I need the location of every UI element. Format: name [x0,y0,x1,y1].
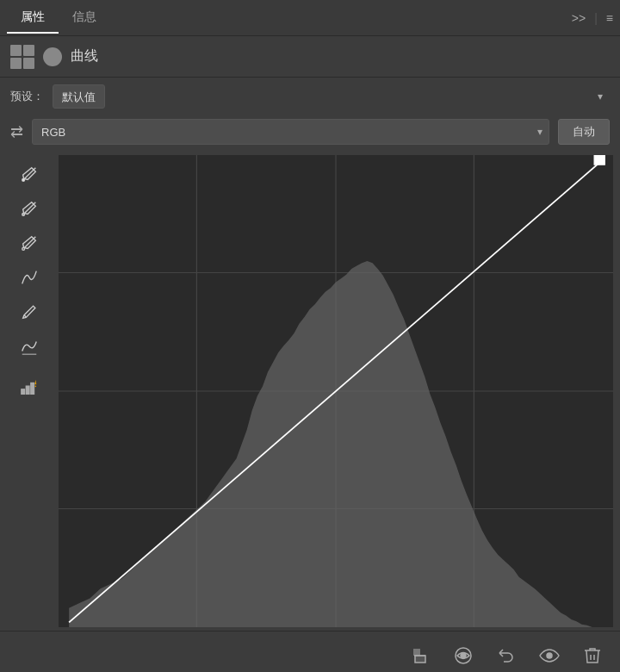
preset-select[interactable]: 默认值 自定 [53,84,105,109]
svg-rect-6 [31,383,34,395]
smooth-icon[interactable] [14,331,45,362]
main-area [0,152,620,631]
tab-bar-actions: >> | ≡ [572,11,613,25]
svg-point-0 [22,179,25,182]
preset-row: 预设： 默认值 自定 [0,78,620,115]
auto-button[interactable]: 自动 [558,119,610,145]
panel-header: 曲线 [0,36,620,78]
menu-icon[interactable]: ≡ [606,11,613,25]
svg-point-1 [22,214,25,216]
eyedropper-white-icon[interactable] [14,159,45,190]
visibility-icon[interactable] [536,642,563,669]
svg-rect-19 [415,656,425,663]
tab-bar: 属性 信息 >> | ≡ [0,0,620,36]
tab-info[interactable]: 信息 [59,3,110,34]
eyedropper-black-icon[interactable] [14,227,45,258]
pencil-icon[interactable] [14,296,45,327]
svg-rect-17 [594,155,604,165]
delete-icon[interactable] [579,642,606,669]
left-toolbar [0,152,59,631]
curves-circle-icon [43,47,62,66]
svg-point-2 [22,248,25,251]
bottom-toolbar [0,631,620,672]
curve-area [59,155,613,627]
svg-point-21 [461,653,466,658]
svg-rect-4 [22,389,25,395]
curve-tool-icon[interactable] [14,262,45,293]
svg-rect-18 [413,649,420,656]
curves-svg [59,155,613,627]
panel-title: 曲线 [71,47,98,65]
expand-icon[interactable]: >> [572,11,586,25]
channel-row: ⇄ RGB 红 绿 蓝 自动 [0,115,620,152]
channel-select[interactable]: RGB 红 绿 蓝 [32,119,549,145]
eyedropper-gray-icon[interactable] [14,193,45,224]
clip-to-layer-icon[interactable] [406,642,434,669]
svg-point-22 [547,653,552,658]
preset-select-wrapper: 默认值 自定 [53,84,610,109]
channel-swap-icon[interactable]: ⇄ [10,122,23,141]
preset-label: 预设： [10,89,44,104]
divider: | [594,11,598,25]
svg-rect-5 [26,386,29,394]
undo-icon[interactable] [493,642,520,669]
adjustment-layers-icon [10,45,34,69]
tab-properties[interactable]: 属性 [7,3,59,34]
channel-select-wrapper: RGB 红 绿 蓝 [32,119,549,145]
eye-adjust-icon[interactable] [450,642,477,669]
histogram-warning-icon[interactable] [14,372,45,403]
